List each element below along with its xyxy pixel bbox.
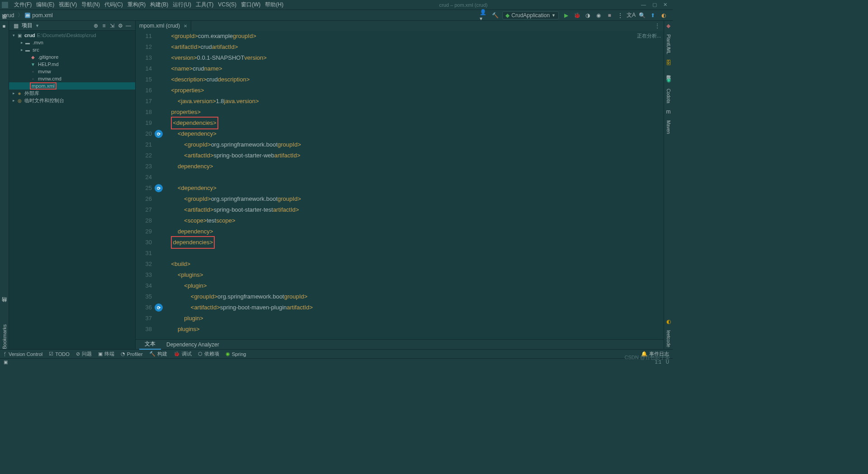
gear-icon[interactable]: ⚙ [116, 23, 124, 29]
maven-icon[interactable]: m [666, 109, 671, 115]
todo-tool[interactable]: ☑TODO [49, 351, 70, 357]
menu-item[interactable]: 工具(T) [193, 1, 216, 8]
tree-item-gitignore[interactable]: ◆ .gitignore [9, 53, 135, 61]
leetcode-tool[interactable]: leetcode [666, 328, 671, 349]
editor-area: m pom.xml (crud) ✕ ⋮ 正在分析... 11121314151… [136, 21, 664, 349]
menu-item[interactable]: 文件(F) [12, 1, 34, 8]
expand-arrow-icon[interactable]: ▸ [11, 98, 16, 103]
debug-tool[interactable]: 🐞调试 [174, 351, 192, 357]
status-corner-icon[interactable]: ▣ [4, 360, 8, 365]
problems-tool[interactable]: ⊘问题 [76, 351, 92, 357]
tree-external-libs[interactable]: ▸ ⎈ 外部库 [9, 90, 135, 97]
expand-arrow-icon[interactable]: ▸ [19, 47, 24, 52]
breadcrumb-sep: 〉 [18, 11, 23, 19]
profiler-tool[interactable]: ◔Profiler [121, 351, 143, 357]
translate-icon[interactable]: 文A [627, 11, 636, 20]
deps-tool[interactable]: ⬡依赖项 [198, 351, 219, 357]
expand-arrow-icon[interactable]: ▾ [11, 33, 16, 38]
maximize-button[interactable]: ▢ [652, 2, 657, 8]
project-panel-title[interactable]: 项目 [22, 22, 33, 29]
gutter-action-icon[interactable]: ⟳ [155, 303, 163, 312]
run-button[interactable]: ▶ [561, 11, 571, 20]
database-icon[interactable]: 🗄 [665, 60, 672, 66]
coverage-button[interactable]: ◑ [583, 11, 592, 20]
editor[interactable]: 正在分析... 11121314151617181920212223242526… [136, 31, 664, 339]
tree-item-mvnw[interactable]: ▫ mvnw [9, 68, 135, 75]
menu-item[interactable]: 代码(C) [102, 1, 125, 8]
project-tree[interactable]: ▾ ▣ crud E:\Documets\Desktop\crud ▸ ▬ .m… [9, 31, 135, 349]
menu-item[interactable]: 重构(R) [125, 1, 148, 8]
vcs-tool[interactable]: ᚶVersion Control [4, 351, 42, 357]
profile-button[interactable]: ◉ [594, 11, 603, 20]
maven-file-icon: m [139, 23, 144, 29]
collapse-icon[interactable]: ⇲ [108, 23, 116, 29]
breadcrumb-file[interactable]: pom.xml [32, 12, 52, 19]
select-target-icon[interactable]: ⊕ [92, 23, 100, 29]
expand-arrow-icon[interactable]: ▸ [11, 91, 16, 95]
close-button[interactable]: ✕ [663, 2, 667, 8]
editor-tab[interactable]: m pom.xml (crud) ✕ [136, 21, 191, 31]
menu-item[interactable]: VCS(S) [216, 1, 239, 8]
debug-button[interactable]: 🐞 [572, 11, 581, 20]
tree-root[interactable]: ▾ ▣ crud E:\Documets\Desktop\crud [9, 32, 135, 39]
tab-label: pom.xml (crud) [144, 23, 180, 29]
chevron-down-icon[interactable]: ▼ [35, 24, 39, 28]
codota-icon[interactable]: ◉ [665, 77, 672, 83]
bug-icon: 🐞 [174, 351, 180, 357]
menu-item[interactable]: 窗口(W) [239, 1, 263, 8]
watermark: CSDN @百色彭于晏 [625, 354, 670, 361]
more-icon[interactable]: ⋮ [616, 11, 625, 20]
tab-dependency-analyzer[interactable]: Dependency Analyzer [161, 340, 225, 350]
bookmarks-tool[interactable]: Bookmarks [2, 324, 7, 349]
project-tool-button[interactable]: ■ 项目 [1, 23, 8, 29]
fold-gutter[interactable]: ⟳⟳⟳ [156, 31, 165, 339]
spring-tool[interactable]: ◉Spring [226, 351, 246, 357]
gutter-action-icon[interactable]: ⟳ [155, 130, 163, 138]
user-icon[interactable]: 👤▾ [480, 11, 489, 20]
maven-tool[interactable]: Maven [666, 118, 671, 136]
menu-item[interactable]: 帮助(H) [263, 1, 286, 8]
codota-tool[interactable]: Codota [666, 87, 671, 105]
project-view-icon[interactable]: ▦ [12, 23, 20, 29]
deps-icon: ⬡ [198, 351, 203, 357]
breadcrumb-root[interactable]: crud [4, 12, 14, 19]
ide-settings-icon[interactable]: ◐ [659, 11, 668, 20]
plantuml-tool[interactable]: PlantUML [666, 33, 671, 56]
run-config-dropdown[interactable]: ◆ CrudApplication ▼ [502, 11, 559, 19]
stop-button[interactable]: ■ [605, 11, 614, 20]
left-tool-rail: ■ 项目 结构 Bookmarks [0, 21, 9, 349]
build-icon[interactable]: 🔨 [491, 11, 500, 20]
menu-item[interactable]: 构建(B) [148, 1, 170, 8]
bottom-toolbar: ᚶVersion Control ☑TODO ⊘问题 ▣终端 ◔Profiler… [0, 349, 673, 358]
window-controls: — ▢ ✕ [641, 2, 671, 8]
tree-item-src[interactable]: ▸ ▬ src [9, 46, 135, 53]
terminal-tool[interactable]: ▣终端 [98, 351, 114, 357]
update-icon[interactable]: ⬆ [648, 11, 657, 20]
hide-icon[interactable]: — [124, 23, 132, 29]
plantuml-icon[interactable]: ◆ [665, 23, 672, 29]
tab-options-icon[interactable]: ⋮ [655, 23, 664, 29]
expand-all-icon[interactable]: ≡ [100, 23, 108, 29]
menu-item[interactable]: 编辑(E) [34, 1, 57, 8]
tree-item-pom[interactable]: m pom.xml [9, 82, 135, 90]
menu-item[interactable]: 视图(V) [57, 1, 79, 8]
menu-item[interactable]: 运行(U) [170, 1, 193, 8]
close-tab-icon[interactable]: ✕ [184, 24, 187, 28]
tree-item-help[interactable]: ▼ HELP.md [9, 61, 135, 68]
line-gutter[interactable]: 1112131415161718192021222324252627282930… [136, 31, 156, 339]
menu-item[interactable]: 导航(N) [79, 1, 102, 8]
database-tool[interactable]: 数据库 [665, 70, 672, 73]
minimize-button[interactable]: — [641, 2, 646, 8]
maven-file-icon: m [32, 83, 36, 89]
app-logo [2, 2, 8, 8]
leetcode-icon[interactable]: ◐ [665, 318, 672, 325]
expand-arrow-icon[interactable]: ▸ [19, 40, 24, 45]
search-icon[interactable]: 🔍 [637, 11, 646, 20]
gutter-action-icon[interactable]: ⟳ [155, 184, 163, 192]
tree-scratches[interactable]: ▸ ◎ 临时文件和控制台 [9, 97, 135, 104]
tab-text[interactable]: 文本 [139, 340, 161, 350]
build-tool[interactable]: 🔨构建 [149, 351, 167, 357]
code-content[interactable]: <groupId>com.examplegroupId> <artifactId… [165, 31, 664, 339]
tree-item-mvn[interactable]: ▸ ▬ .mvn [9, 39, 135, 46]
tree-item-mvnwcmd[interactable]: ▫ mvnw.cmd [9, 75, 135, 82]
